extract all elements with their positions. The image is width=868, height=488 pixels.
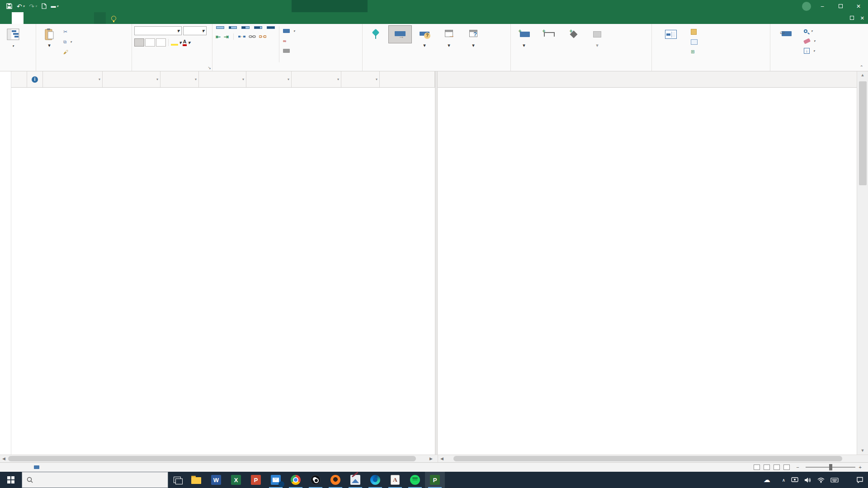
insert-delivery-button[interactable]: ▾: [585, 25, 609, 49]
keyboard-icon[interactable]: [830, 477, 839, 483]
taskbar-search-input[interactable]: [22, 472, 168, 488]
chart-h-scroll-thumb[interactable]: [453, 456, 842, 461]
copy-button[interactable]: ⧉▾: [62, 37, 73, 47]
scroll-right-icon[interactable]: ▶: [427, 455, 435, 462]
avatar[interactable]: [802, 2, 811, 11]
mark-on-track-button[interactable]: ▾: [282, 26, 297, 36]
scroll-down-icon[interactable]: ▼: [857, 447, 868, 455]
pct-0-button[interactable]: [214, 25, 226, 29]
filter-icon[interactable]: ▾: [376, 77, 377, 81]
find-button[interactable]: ▾: [802, 26, 817, 36]
scroll-to-task-button[interactable]: ▭: [772, 25, 802, 43]
screen-record-icon[interactable]: [791, 477, 798, 483]
respect-links-button[interactable]: ∞: [282, 36, 297, 46]
tab-ressource[interactable]: [24, 12, 35, 24]
tab-team[interactable]: [82, 12, 94, 24]
taskbar-app-powerpoint[interactable]: P: [246, 472, 266, 488]
task-view-button[interactable]: [168, 472, 186, 488]
auto-schedule-button[interactable]: →: [388, 25, 412, 43]
tab-vorgang[interactable]: [12, 12, 24, 24]
task-mode-button[interactable]: ? ▾: [462, 25, 485, 49]
clear-button[interactable]: ▾: [802, 36, 817, 46]
filter-icon[interactable]: ▾: [156, 77, 158, 81]
tell-me-search[interactable]: [106, 12, 124, 24]
add-to-timeline-button[interactable]: ⊞: [689, 47, 701, 56]
column-header-info[interactable]: i: [27, 71, 43, 87]
insert-milestone-button[interactable]: +: [561, 25, 585, 43]
notification-icon[interactable]: [856, 477, 863, 483]
minimize-button[interactable]: –: [816, 3, 829, 9]
zoom-slider[interactable]: [806, 467, 855, 468]
column-header-dauer[interactable]: ▾: [160, 71, 199, 87]
tab-projekt[interactable]: [47, 12, 59, 24]
new-file-icon[interactable]: [42, 3, 47, 9]
taskbar-app-project[interactable]: P: [425, 472, 445, 488]
tab-hilfe[interactable]: [71, 12, 82, 24]
inspect-button[interactable]: ? ▾: [413, 25, 436, 49]
details-button[interactable]: [689, 37, 701, 47]
manually-schedule-button[interactable]: [364, 25, 387, 43]
zoom-out-icon[interactable]: −: [796, 465, 799, 470]
taskbar-app-excel[interactable]: X: [226, 472, 246, 488]
insert-task-button[interactable]: + ▾: [512, 25, 536, 49]
column-header-vorgangsmodus[interactable]: ▾: [43, 71, 103, 87]
taskbar-app-audio[interactable]: [326, 472, 345, 488]
taskbar-app-chrome[interactable]: [286, 472, 306, 488]
filter-icon[interactable]: ▾: [195, 77, 197, 81]
font-color-button[interactable]: A: [183, 39, 187, 46]
taskbar-app-photos[interactable]: [345, 472, 365, 488]
column-header-ressourcenname[interactable]: ▾: [341, 71, 380, 87]
start-button[interactable]: [0, 472, 22, 488]
weather-cloud-icon[interactable]: ☁: [764, 476, 770, 484]
taskbar-app-mail[interactable]: [266, 472, 286, 488]
table-h-scrollbar[interactable]: ◀ ▶: [0, 455, 435, 462]
format-painter-button[interactable]: 🖌: [62, 47, 73, 56]
restore-button[interactable]: [834, 3, 847, 9]
collapse-ribbon-icon[interactable]: ⌃: [860, 65, 863, 70]
pct-100-button[interactable]: [264, 25, 277, 29]
redo-button[interactable]: ↷▾: [29, 3, 37, 9]
view-team-planner-icon[interactable]: [774, 465, 780, 470]
view-task-usage-icon[interactable]: [764, 465, 770, 470]
notes-button[interactable]: [689, 27, 701, 37]
inactivate-button[interactable]: [282, 46, 297, 56]
font-size-select[interactable]: ▾: [183, 26, 207, 35]
wifi-icon[interactable]: [817, 477, 825, 483]
taskbar-app-explorer[interactable]: [186, 472, 206, 488]
filter-icon[interactable]: ▾: [288, 77, 289, 81]
column-header-vorgangsname[interactable]: ▾: [103, 71, 160, 87]
indent-icon[interactable]: ⇥: [224, 33, 229, 40]
scroll-left-icon[interactable]: ◀: [0, 455, 8, 462]
undo-button[interactable]: ↶▾: [17, 3, 24, 9]
volume-icon[interactable]: [804, 477, 811, 483]
link-tasks-icon[interactable]: [249, 34, 256, 39]
vertical-scrollbar[interactable]: ▲ ▼: [857, 71, 868, 455]
paste-button[interactable]: ▾: [38, 25, 61, 49]
close-button[interactable]: ✕: [852, 3, 865, 9]
unlink-tasks-icon[interactable]: [259, 34, 266, 39]
child-restore-icon[interactable]: [850, 15, 854, 21]
select-all-corner[interactable]: [11, 71, 27, 87]
column-header-anfang[interactable]: ▾: [199, 71, 246, 87]
zoom-in-icon[interactable]: +: [859, 465, 862, 470]
taskbar-app-notes[interactable]: A: [385, 472, 405, 488]
filter-icon[interactable]: ▾: [337, 77, 339, 81]
bold-button[interactable]: [134, 38, 144, 47]
qat-customize-button[interactable]: ▬▾: [51, 4, 59, 9]
outdent-icon[interactable]: ⇤: [216, 33, 221, 40]
view-gantt-icon[interactable]: [754, 465, 760, 470]
insert-summary-button[interactable]: +: [537, 25, 560, 43]
column-header-vorgaenger[interactable]: ▾: [292, 71, 341, 87]
move-task-button[interactable]: → ▾: [437, 25, 461, 49]
split-task-icon[interactable]: [238, 34, 245, 39]
zoom-slider-thumb[interactable]: [829, 464, 832, 470]
child-close-icon[interactable]: ✕: [860, 15, 864, 21]
gantt-diagramm-button[interactable]: ▾: [1, 25, 25, 49]
taskbar-app-edge[interactable]: [365, 472, 385, 488]
filter-icon[interactable]: ▾: [242, 77, 244, 81]
tab-ansicht[interactable]: [59, 12, 71, 24]
scroll-left-icon[interactable]: ◀: [438, 455, 446, 462]
filter-icon[interactable]: ▾: [99, 77, 100, 81]
chart-h-scrollbar[interactable]: ◀: [438, 455, 857, 462]
vertical-scroll-thumb[interactable]: [859, 81, 867, 185]
